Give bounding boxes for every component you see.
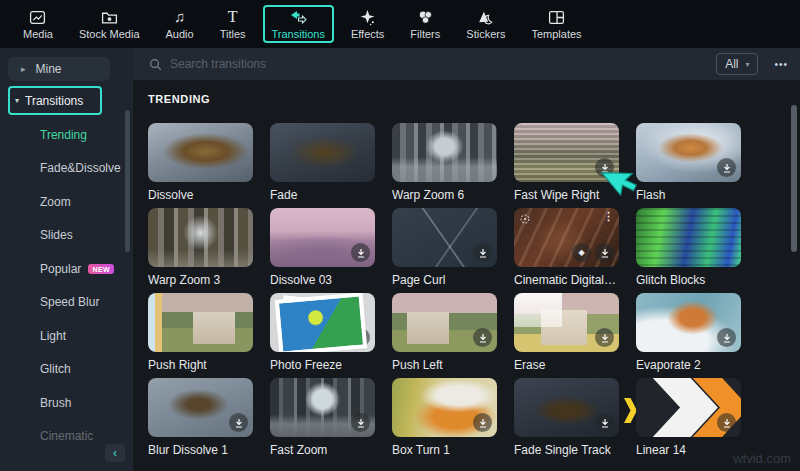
tab-effects[interactable]: Effects [342,5,393,43]
watermark: wtvid.com [733,451,791,466]
pro-icon: ◆ [572,243,591,262]
transition-preview[interactable] [270,293,375,352]
transition-card-push-left[interactable]: Push Left [392,293,497,372]
expand-arrow-icon[interactable]: ▸ [21,64,26,74]
tab-stickers[interactable]: Stickers [457,5,514,43]
download-icon[interactable] [595,158,614,177]
transition-preview[interactable]: ⋮ ◆ [514,208,619,267]
tab-audio[interactable]: ♫ Audio [157,5,203,43]
transition-name: Warp Zoom 6 [392,188,497,202]
sidebar-item-fade-dissolve[interactable]: Fade&Dissolve [0,152,133,186]
sidebar-item-mine[interactable]: ▸ Mine [8,57,110,81]
transition-card-evaporate-2[interactable]: Evaporate 2 [636,293,741,372]
transition-card-warp-zoom-6[interactable]: Warp Zoom 6 [392,123,497,202]
transition-card-erase[interactable]: Erase [514,293,619,372]
category-list: Trending Fade&Dissolve Zoom Slides Popul… [0,118,133,453]
transition-card-glitch-blocks[interactable]: Glitch Blocks [636,208,741,287]
transition-preview[interactable] [514,378,619,437]
transition-card-warp-zoom-3[interactable]: Warp Zoom 3 [148,208,253,287]
download-icon[interactable] [595,328,614,347]
download-icon[interactable] [473,243,492,262]
focus-icon [519,213,531,225]
transition-preview[interactable] [148,208,253,267]
tab-label: Titles [220,28,246,40]
transition-card-cinematic-digital-slideshow[interactable]: ⋮ ◆ Cinematic Digital Slid... [514,208,619,287]
download-icon[interactable] [351,328,370,347]
tab-titles[interactable]: T Titles [211,5,255,43]
transition-preview[interactable] [514,123,619,182]
tab-filters[interactable]: Filters [401,5,449,43]
transition-card-dissolve-03[interactable]: Dissolve 03 [270,208,375,287]
download-icon[interactable] [595,413,614,432]
tab-transitions[interactable]: Transitions [263,5,334,43]
download-icon[interactable] [717,158,736,177]
filmora-transitions-window: Media Stock Media ♫ Audio T Titles Trans… [0,0,800,471]
download-icon[interactable] [717,328,736,347]
sidebar-scrollbar[interactable] [125,110,130,252]
download-icon[interactable] [473,328,492,347]
transition-preview[interactable] [270,378,375,437]
sidebar-item-zoom[interactable]: Zoom [0,185,133,219]
transition-name: Cinematic Digital Slid... [514,273,619,287]
transition-preview[interactable] [270,123,375,182]
search-input[interactable] [170,57,708,71]
transition-card-flash[interactable]: Flash [636,123,741,202]
sidebar-item-trending[interactable]: Trending [0,118,133,152]
transition-card-dissolve[interactable]: Dissolve [148,123,253,202]
download-icon[interactable] [717,413,736,432]
transition-preview[interactable] [636,378,741,437]
download-icon[interactable] [229,413,248,432]
transition-preview[interactable] [148,123,253,182]
transition-name: Page Curl [392,273,497,287]
transition-card-fade-single-track[interactable]: Fade Single Track [514,378,619,457]
caret-down-icon[interactable]: ▾ [15,96,19,105]
sidebar-item-slides[interactable]: Slides [0,219,133,253]
collapse-sidebar-button[interactable]: ‹ [105,444,125,462]
transition-name: Fade [270,188,375,202]
tab-stock-media[interactable]: Stock Media [70,5,149,43]
download-icon[interactable] [473,413,492,432]
transition-card-fast-zoom[interactable]: Fast Zoom [270,378,375,457]
more-options-icon[interactable]: ••• [774,59,788,70]
transition-card-blur-dissolve-1[interactable]: Blur Dissolve 1 [148,378,253,457]
transition-preview[interactable] [392,123,497,182]
transition-preview[interactable] [636,208,741,267]
content-scrollbar[interactable] [791,105,797,252]
filters-icon [417,8,434,26]
transition-card-page-curl[interactable]: Page Curl [392,208,497,287]
transition-name: Push Right [148,358,253,372]
transition-preview[interactable] [148,378,253,437]
tab-label: Stickers [466,28,505,40]
tab-templates[interactable]: Templates [522,5,590,43]
transition-card-fast-wipe-right[interactable]: Fast Wipe Right [514,123,619,202]
sidebar-item-brush[interactable]: Brush [0,386,133,420]
sidebar-item-speed-blur[interactable]: Speed Blur [0,286,133,320]
transition-preview[interactable] [636,123,741,182]
sidebar-item-transitions[interactable]: ▾ Transitions [8,86,102,115]
transition-card-push-right[interactable]: Push Right [148,293,253,372]
filter-all-dropdown[interactable]: All ▾ [716,53,758,75]
download-icon[interactable] [351,243,370,262]
kebab-menu-icon[interactable]: ⋮ [603,210,614,223]
download-icon[interactable] [351,413,370,432]
transition-card-box-turn-1[interactable]: Box Turn 1 [392,378,497,457]
transition-preview[interactable] [270,208,375,267]
transition-preview[interactable] [636,293,741,352]
transition-card-photo-freeze[interactable]: Photo Freeze [270,293,375,372]
transition-card-fade[interactable]: Fade [270,123,375,202]
transition-name: Dissolve [148,188,253,202]
download-icon[interactable] [595,243,614,262]
transition-preview[interactable] [392,208,497,267]
tab-media[interactable]: Media [14,5,62,43]
transition-preview[interactable] [514,293,619,352]
sidebar-item-glitch[interactable]: Glitch [0,353,133,387]
tab-label: Stock Media [79,28,140,40]
sidebar-item-popular[interactable]: PopularNEW [0,252,133,286]
sidebar-item-light[interactable]: Light [0,319,133,353]
transition-preview[interactable] [392,293,497,352]
transition-preview[interactable] [148,293,253,352]
transitions-panel: All ▾ ••• TRENDING Dissolve Fade [133,48,800,471]
transition-card-linear-14[interactable]: Linear 14 [636,378,741,457]
transition-preview[interactable] [392,378,497,437]
transition-name: Blur Dissolve 1 [148,443,253,457]
